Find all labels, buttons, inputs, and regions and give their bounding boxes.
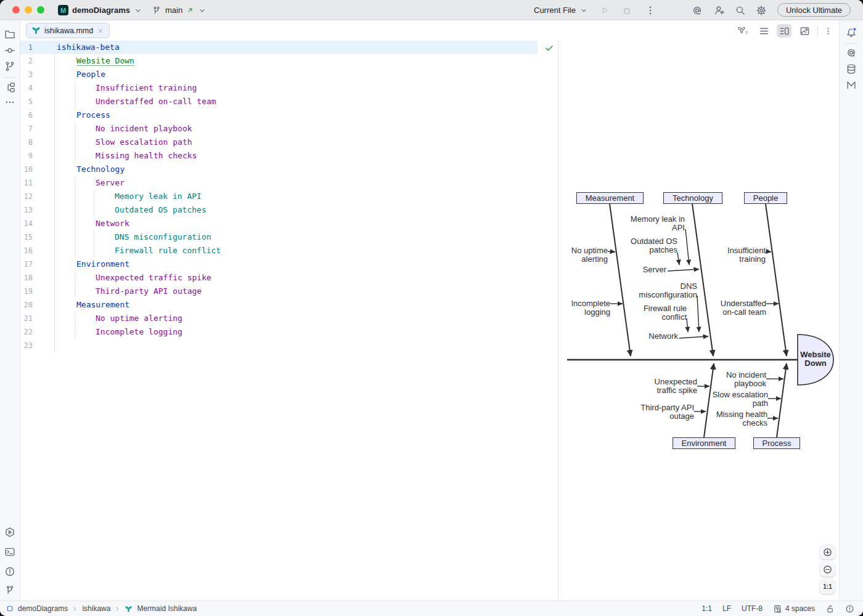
more-actions-kebab-icon[interactable] (645, 5, 656, 16)
database-icon[interactable] (846, 63, 857, 75)
ai-chat-icon[interactable] (846, 47, 857, 59)
code-text: Technology (20, 163, 125, 176)
project-widget[interactable]: M demoDiagrams (58, 0, 142, 20)
breadcrumb-project[interactable]: demoDiagrams (18, 604, 68, 613)
line-number: 4 (20, 81, 33, 95)
unlock-icon[interactable] (825, 604, 835, 614)
mermaid-tool-window-icon[interactable] (846, 79, 857, 91)
line-number: 1 (20, 41, 33, 54)
error-analysis-icon[interactable] (845, 604, 854, 614)
diagram-label: Network (635, 332, 678, 341)
editor-line[interactable]: 15DNS misconfiguration (20, 230, 558, 244)
settings-gear-icon[interactable] (756, 5, 767, 16)
subbone-server (668, 269, 699, 271)
left-tool-strip (0, 20, 20, 601)
indent-widget[interactable]: 4 spaces (773, 604, 815, 614)
code-text: Website Down (20, 54, 134, 68)
toolbar-separator (817, 26, 818, 36)
inspections-ok-check-icon[interactable] (545, 44, 554, 52)
ide-window: M demoDiagrams main Current File Unlock … (0, 0, 863, 616)
editor-line[interactable]: 19Third-party API outage (20, 285, 558, 298)
editor-line[interactable]: 7No incident playbook (20, 122, 558, 136)
editor-line[interactable]: 16Firewall rule conflict (20, 244, 558, 257)
split-view-button[interactable] (777, 24, 791, 38)
right-tool-strip (839, 20, 863, 601)
editor-line[interactable]: 20Measurement (20, 298, 558, 312)
git-graph-icon[interactable] (4, 61, 15, 72)
zoom-reset-button[interactable]: 1:1 (820, 579, 835, 594)
title-bar: M demoDiagrams main Current File Unlock … (0, 0, 863, 20)
line-separator-widget[interactable]: LF (722, 604, 731, 613)
breadcrumb: demoDiagrams ishikawa Mermaid Ishikawa (6, 601, 197, 616)
mermaid-preview-pane[interactable]: Measurement Technology People Environmen… (558, 41, 839, 601)
diagram-label: Slow escalation path (706, 391, 768, 408)
services-icon[interactable] (4, 527, 15, 538)
editor-line[interactable]: 23 (20, 339, 558, 352)
editor-line[interactable]: 22Incomplete logging (20, 325, 558, 339)
vcs-widget[interactable]: main (152, 0, 207, 20)
mermaid-help-button[interactable]: ? (736, 24, 751, 38)
diagram-label: Unexpected traffic spike (647, 378, 697, 395)
editor-line[interactable]: 17Environment (20, 257, 558, 271)
line-number: 21 (20, 312, 33, 325)
editor-line[interactable]: 18Unexpected traffic spike (20, 271, 558, 285)
notifications-bell-icon[interactable] (846, 27, 857, 38)
commit-icon[interactable] (4, 45, 15, 56)
editor-line[interactable]: 12Memory leak in API (20, 190, 558, 203)
line-number: 11 (20, 176, 33, 190)
category-box-environment: Environment (673, 437, 735, 449)
minimize-window-button[interactable] (25, 6, 32, 14)
caret-position-widget[interactable]: 1:1 (701, 604, 712, 613)
workspace-icon[interactable] (6, 605, 14, 612)
close-window-button[interactable] (12, 6, 20, 14)
tab-close-icon[interactable] (97, 27, 104, 34)
debug-button-icon[interactable] (621, 5, 632, 16)
editor-line[interactable]: 9Missing health checks (20, 149, 558, 163)
leaf-memory-leak (685, 229, 689, 265)
editor-line[interactable]: 4Insufficient training (20, 81, 558, 95)
editor-line[interactable]: 14Network (20, 217, 558, 230)
zoom-in-button[interactable] (820, 545, 835, 559)
editor-line[interactable]: 21No uptime alerting (20, 312, 558, 325)
structure-icon[interactable] (4, 82, 15, 93)
preview-options-kebab-icon[interactable] (824, 26, 833, 36)
code-with-me-user-icon[interactable] (714, 5, 725, 16)
editor-line[interactable]: 6Process (20, 108, 558, 122)
line-number: 10 (20, 163, 33, 176)
unlock-ultimate-button[interactable]: Unlock Ultimate (777, 3, 851, 17)
preview-only-view-button[interactable] (797, 24, 812, 38)
git-tool-window-icon[interactable] (4, 585, 15, 596)
zoom-out-button[interactable] (820, 562, 835, 577)
editor-line[interactable]: 5Understaffed on-call team (20, 95, 558, 108)
encoding-widget[interactable]: UTF-8 (742, 604, 763, 613)
code-text: Slow escalation path (20, 136, 192, 149)
terminal-icon[interactable] (4, 546, 15, 557)
line-number: 7 (20, 122, 33, 136)
editor-line[interactable]: 3People (20, 68, 558, 81)
ai-assistant-icon[interactable] (692, 5, 703, 16)
line-number: 22 (20, 325, 33, 339)
more-tool-windows-icon[interactable] (4, 97, 15, 108)
editor-line[interactable]: 2Website Down (20, 54, 558, 68)
tab-ishikawa-mmd[interactable]: ishikawa.mmd (26, 23, 110, 38)
category-box-process: Process (753, 437, 800, 449)
editor-line[interactable]: 10Technology (20, 163, 558, 176)
editor-line[interactable]: 13Outdated OS patches (20, 203, 558, 217)
editor-line[interactable]: 1ishikawa-beta (20, 41, 558, 54)
project-folder-icon[interactable] (4, 29, 15, 40)
breadcrumb-file[interactable]: ishikawa (82, 604, 110, 613)
breadcrumb-node[interactable]: Mermaid Ishikawa (137, 604, 197, 613)
maximize-window-button[interactable] (37, 6, 44, 14)
unlock-ultimate-label: Unlock Ultimate (786, 6, 842, 15)
editor-line[interactable]: 11Server (20, 176, 558, 190)
git-branch-icon (152, 6, 162, 15)
editor-line[interactable]: 8Slow escalation path (20, 136, 558, 149)
editor-only-view-button[interactable] (756, 24, 771, 38)
code-editor[interactable]: 1ishikawa-beta 2Website Down 3People 4In… (20, 41, 558, 601)
problems-icon[interactable] (4, 566, 15, 577)
run-config-widget[interactable]: Current File (534, 0, 588, 20)
run-button-icon[interactable] (599, 5, 610, 16)
preview-toolbar: ? (736, 23, 833, 38)
search-icon[interactable] (735, 5, 746, 16)
diagram-label: Memory leak in API (622, 215, 685, 232)
